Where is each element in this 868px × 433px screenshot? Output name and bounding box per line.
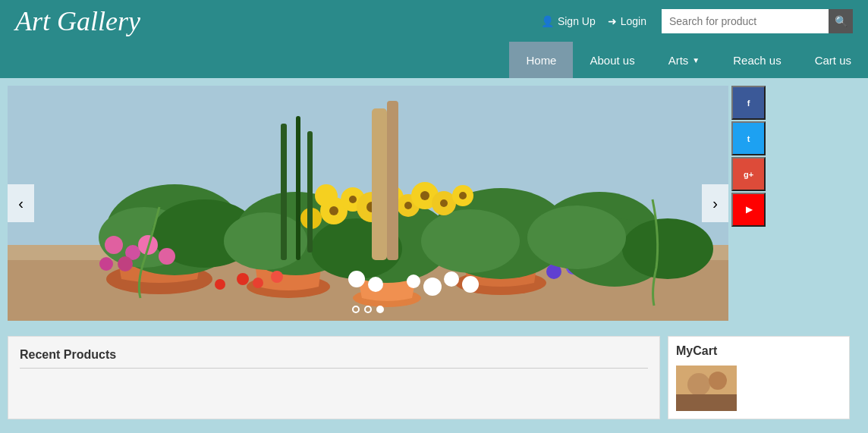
svg-point-61 <box>527 206 626 269</box>
auth-links: 👤 Sign Up ➜ Login <box>541 15 646 27</box>
nav-item-cart[interactable]: Cart us <box>798 42 868 78</box>
side-social-buttons: f t g+ ▶ <box>731 86 766 227</box>
svg-point-43 <box>462 276 479 293</box>
svg-point-44 <box>407 275 420 288</box>
recent-products-panel: Recent Products <box>8 336 660 419</box>
svg-point-63 <box>687 373 710 396</box>
mycart-panel: MyCart <box>668 336 850 419</box>
svg-point-41 <box>423 278 442 296</box>
svg-point-33 <box>440 199 448 207</box>
svg-point-46 <box>368 277 383 292</box>
svg-point-24 <box>315 184 338 207</box>
svg-point-11 <box>224 212 307 270</box>
nav-item-about[interactable]: About us <box>573 42 651 78</box>
carousel-dots <box>352 306 384 313</box>
login-link[interactable]: ➜ Login <box>608 15 646 27</box>
nav-item-reach[interactable]: Reach us <box>716 42 797 78</box>
carousel-image <box>8 86 728 321</box>
twitter-button[interactable]: t <box>731 121 766 155</box>
svg-point-50 <box>215 279 225 290</box>
svg-point-48 <box>253 278 263 288</box>
svg-point-32 <box>420 191 429 200</box>
arts-dropdown-icon: ▼ <box>692 56 700 64</box>
svg-point-49 <box>271 271 283 283</box>
googleplus-button[interactable]: g+ <box>731 157 766 191</box>
youtube-button[interactable]: ▶ <box>731 193 766 227</box>
svg-point-42 <box>444 271 459 287</box>
svg-point-28 <box>349 196 357 203</box>
bottom-section: Recent Products MyCart <box>0 328 868 427</box>
svg-point-64 <box>709 372 727 390</box>
carousel-prev-button[interactable]: ‹ <box>8 184 34 222</box>
header-top: Art Gallery 👤 Sign Up ➜ Login 🔍 <box>0 0 868 42</box>
carousel-next-button[interactable]: › <box>702 184 728 222</box>
login-icon: ➜ <box>608 15 617 27</box>
svg-point-15 <box>421 209 520 273</box>
nav-item-arts[interactable]: Arts ▼ <box>652 42 717 78</box>
svg-point-34 <box>459 192 467 199</box>
header-top-right: 👤 Sign Up ➜ Login 🔍 <box>541 9 853 33</box>
search-input[interactable] <box>662 9 829 33</box>
svg-rect-65 <box>676 394 737 411</box>
recent-products-title: Recent Products <box>20 348 648 369</box>
svg-rect-58 <box>387 101 398 260</box>
svg-point-39 <box>159 248 175 265</box>
mycart-image <box>676 366 737 411</box>
search-button[interactable]: 🔍 <box>829 9 853 33</box>
nav-item-home[interactable]: Home <box>509 42 573 78</box>
user-icon: 👤 <box>541 15 554 27</box>
facebook-button[interactable]: f <box>731 86 766 120</box>
carousel-section: ‹ › <box>8 86 728 321</box>
svg-rect-56 <box>307 131 313 253</box>
svg-point-40 <box>99 257 113 271</box>
svg-point-60 <box>622 218 713 279</box>
svg-point-47 <box>237 273 249 285</box>
search-bar: 🔍 <box>662 9 853 33</box>
svg-rect-54 <box>281 124 287 260</box>
signup-link[interactable]: 👤 Sign Up <box>541 15 596 27</box>
svg-point-27 <box>329 206 338 215</box>
carousel-wrapper: ‹ › f t g+ ▶ <box>8 86 766 321</box>
svg-rect-57 <box>372 108 387 260</box>
navbar: Home About us Arts ▼ Reach us Cart us <box>0 42 868 78</box>
carousel-dot-3[interactable] <box>376 306 384 313</box>
carousel-dot-2[interactable] <box>364 306 372 313</box>
svg-rect-55 <box>296 116 300 260</box>
carousel-container: ‹ › <box>8 86 728 321</box>
mycart-title: MyCart <box>676 344 841 358</box>
svg-point-35 <box>105 236 123 254</box>
svg-point-45 <box>348 271 365 287</box>
svg-point-31 <box>404 202 412 209</box>
site-title: Art Gallery <box>15 5 140 37</box>
carousel-dot-1[interactable] <box>352 306 360 313</box>
main-content: ‹ › f t g+ ▶ <box>0 78 868 328</box>
svg-point-38 <box>118 256 133 271</box>
